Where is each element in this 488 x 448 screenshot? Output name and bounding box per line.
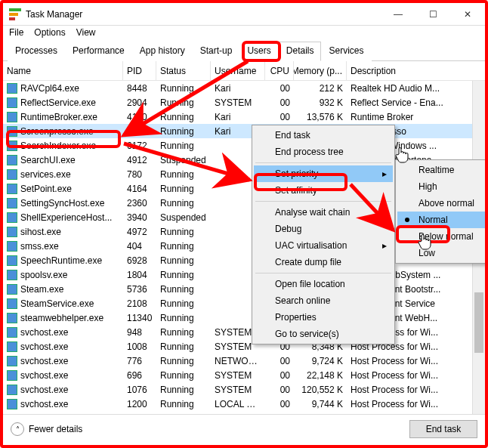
cell-status: Running	[156, 270, 211, 280]
process-name: svchost.exe	[20, 341, 68, 352]
col-username[interactable]: Username	[211, 61, 265, 80]
table-row[interactable]: ReflectService.exe2904RunningSYSTEM00932…	[3, 95, 485, 110]
table-row[interactable]: RAVCpl64.exe8448RunningKari00212 KRealte…	[3, 81, 485, 95]
cell-status: Running	[156, 356, 211, 366]
menu-item[interactable]: Search online	[254, 292, 393, 309]
col-cpu[interactable]: CPU	[265, 61, 294, 80]
priority-item[interactable]: Low	[397, 245, 485, 261]
menu-item[interactable]: Set affinity	[254, 182, 393, 199]
col-name[interactable]: Name	[3, 61, 123, 80]
menu-view[interactable]: View	[76, 27, 96, 38]
priority-item[interactable]: High	[397, 178, 485, 195]
fewer-details-label: Fewer details	[29, 424, 82, 434]
menu-item[interactable]: Analyse wait chain	[254, 204, 393, 221]
process-icon	[7, 227, 17, 237]
menu-file[interactable]: File	[9, 27, 23, 38]
process-icon	[7, 169, 17, 180]
process-icon	[7, 83, 17, 94]
menu-item[interactable]: End process tree	[254, 144, 393, 160]
scrollbar-thumb[interactable]	[474, 292, 483, 353]
cursor-hand-icon	[394, 147, 409, 163]
cell-pid: 2108	[123, 298, 156, 309]
menu-item[interactable]: Go to service(s)	[254, 326, 393, 342]
process-icon	[7, 298, 17, 309]
cell-pid: 1008	[123, 341, 156, 352]
col-pid[interactable]: PID	[123, 61, 156, 80]
cell-pid: 1200	[123, 399, 156, 409]
details-table: Name PID Status Username CPU Memory (p..…	[3, 61, 485, 415]
priority-item[interactable]: Realtime	[397, 162, 485, 178]
tab-users[interactable]: Users	[239, 42, 278, 61]
table-row[interactable]: svchost.exe696RunningSYSTEM0022,148 KHos…	[3, 368, 485, 382]
table-row[interactable]: svchost.exe776RunningNETWORK...009,724 K…	[3, 354, 485, 368]
cell-pid: 2904	[123, 97, 156, 108]
process-name: SettingSyncHost.exe	[20, 198, 104, 209]
minimize-button[interactable]: —	[381, 3, 415, 25]
cell-user: LOCAL SE...	[211, 399, 265, 409]
process-name: smss.exe	[20, 241, 59, 252]
process-icon	[7, 399, 17, 409]
table-row[interactable]: steamwebhelper.exe11340Running4 KSteam C…	[3, 311, 485, 325]
col-memory[interactable]: Memory (p...	[294, 61, 347, 80]
close-button[interactable]: ✕	[450, 3, 485, 25]
table-row[interactable]: spoolsv.exe1804Running8 KSpooler SubSyst…	[3, 267, 485, 282]
menu-item[interactable]: End task	[254, 127, 393, 144]
cell-pid: 1804	[123, 270, 156, 280]
tab-performance[interactable]: Performance	[65, 42, 132, 61]
table-row[interactable]: RuntimeBroker.exe4160RunningKari0013,576…	[3, 110, 485, 124]
menu-item[interactable]: UAC virtualisation▸	[254, 237, 393, 254]
process-name: SearchUI.exe	[20, 155, 76, 165]
cell-cpu: 00	[265, 370, 294, 381]
table-row[interactable]: SteamService.exe2108Running4 KSteam Clie…	[3, 296, 485, 311]
menu-item[interactable]: Set priority▸	[254, 165, 393, 182]
cell-memory: 13,576 K	[294, 112, 347, 122]
cell-status: Running	[156, 198, 211, 209]
cell-memory: 212 K	[294, 83, 347, 94]
titlebar[interactable]: Task Manager — ☐ ✕	[3, 3, 485, 26]
process-icon	[7, 284, 17, 295]
table-row[interactable]: Steam.exe5736Running0 KSteam Client Boot…	[3, 282, 485, 296]
cell-pid: 3940	[123, 212, 156, 223]
table-row[interactable]: svchost.exe948RunningSYSTEM0037,876 KHos…	[3, 325, 485, 339]
menu-item[interactable]: Open file location	[254, 276, 393, 292]
col-status[interactable]: Status	[156, 61, 211, 80]
cell-user: Kari	[211, 112, 265, 122]
tab-details[interactable]: Details	[279, 42, 322, 61]
tab-processes[interactable]: Processes	[8, 42, 65, 61]
end-task-button[interactable]: End task	[409, 420, 477, 438]
table-row[interactable]: Screenpresso.exe4188RunningKari0011,024 …	[3, 124, 485, 138]
process-name: SteamService.exe	[20, 298, 94, 309]
tab-startup[interactable]: Start-up	[193, 42, 240, 61]
process-name: SpeechRuntime.exe	[20, 255, 102, 266]
process-icon	[7, 141, 17, 151]
priority-item[interactable]: Normal	[397, 212, 485, 228]
table-row[interactable]: svchost.exe1008RunningSYSTEM008,348 KHos…	[3, 339, 485, 354]
menu-item[interactable]: Create dump file	[254, 254, 393, 270]
process-name: steamwebhelper.exe	[20, 313, 103, 323]
col-description[interactable]: Description	[347, 61, 485, 80]
cell-pid: 5736	[123, 284, 156, 295]
submenu-arrow-icon: ▸	[382, 168, 387, 179]
menu-item[interactable]: Properties	[254, 309, 393, 326]
process-icon	[7, 356, 17, 366]
menu-item[interactable]: Debug	[254, 221, 393, 237]
maximize-button[interactable]: ☐	[415, 3, 450, 25]
tab-apphistory[interactable]: App history	[132, 42, 193, 61]
cell-status: Running	[156, 83, 211, 94]
table-row[interactable]: svchost.exe1200RunningLOCAL SE...009,744…	[3, 397, 485, 411]
tab-services[interactable]: Services	[321, 42, 371, 61]
table-row[interactable]: svchost.exe1076RunningSYSTEM00120,552 KH…	[3, 382, 485, 397]
process-icon	[7, 241, 17, 252]
process-icon	[7, 126, 17, 137]
fewer-details-button[interactable]: ˄ Fewer details	[11, 422, 82, 436]
priority-item[interactable]: Above normal	[397, 195, 485, 212]
priority-item[interactable]: Below normal	[397, 228, 485, 245]
table-row[interactable]: SearchIndexer.exe6172Running0 KMicrosoft…	[3, 138, 485, 153]
chevron-up-icon: ˄	[11, 422, 24, 436]
process-icon	[7, 327, 17, 338]
menu-options[interactable]: Options	[34, 27, 65, 38]
cell-pid: 4188	[123, 126, 156, 137]
process-name: sihost.exe	[20, 227, 61, 237]
cell-status: Suspended	[156, 212, 211, 223]
priority-submenu: RealtimeHighAbove normalNormalBelow norm…	[395, 159, 485, 264]
